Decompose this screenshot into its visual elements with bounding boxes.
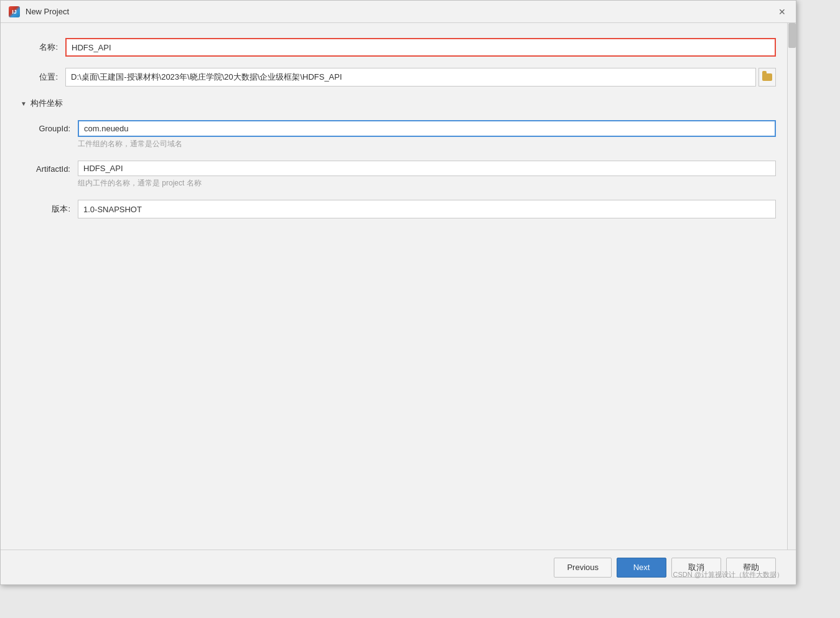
name-label: 名称: <box>21 38 58 53</box>
dialog-title: New Project <box>26 7 69 16</box>
section-title: 构件坐标 <box>30 98 63 109</box>
version-input[interactable] <box>78 200 776 218</box>
title-bar-left: IJ New Project <box>8 6 69 18</box>
location-field-group <box>65 68 776 87</box>
groupid-input[interactable] <box>78 120 776 137</box>
next-button[interactable]: Next <box>617 558 666 578</box>
new-project-dialog: IJ New Project ✕ 名称: 位置: <box>0 0 796 585</box>
scrollbar-thumb <box>788 23 796 48</box>
collapse-icon[interactable]: ▼ <box>21 100 27 107</box>
artifactid-row: ArtifactId: 组内工件的名称，通常是 project 名称 <box>21 161 776 189</box>
groupid-row: GroupId: 工件组的名称，通常是公司域名 <box>21 120 776 149</box>
browse-button[interactable] <box>758 68 776 87</box>
vertical-scrollbar[interactable] <box>787 23 796 551</box>
groupid-label: GroupId: <box>33 120 70 133</box>
name-input[interactable] <box>65 38 776 57</box>
location-input[interactable] <box>65 68 756 87</box>
watermark: CSDN @计算视设计（软件大数据） <box>673 570 783 579</box>
artifactid-field-group: 组内工件的名称，通常是 project 名称 <box>78 161 776 189</box>
artifactid-hint: 组内工件的名称，通常是 project 名称 <box>78 178 776 189</box>
location-label: 位置: <box>21 68 58 83</box>
version-label: 版本: <box>33 200 70 215</box>
location-row: 位置: <box>21 68 776 87</box>
previous-button[interactable]: Previous <box>554 558 612 578</box>
groupid-hint: 工件组的名称，通常是公司域名 <box>78 139 776 149</box>
artifactid-input[interactable] <box>78 161 776 176</box>
version-row: 版本: <box>21 200 776 218</box>
artifactid-label: ArtifactId: <box>33 161 70 174</box>
groupid-field-group: 工件组的名称，通常是公司域名 <box>78 120 776 149</box>
name-row: 名称: <box>21 38 776 57</box>
folder-icon <box>762 73 772 81</box>
section-header: ▼ 构件坐标 <box>21 98 776 109</box>
title-bar: IJ New Project ✕ <box>1 1 796 23</box>
app-icon: IJ <box>8 6 21 18</box>
dialog-body: 名称: 位置: ▼ 构件坐标 GroupId: <box>1 23 796 245</box>
close-button[interactable]: ✕ <box>776 6 788 18</box>
